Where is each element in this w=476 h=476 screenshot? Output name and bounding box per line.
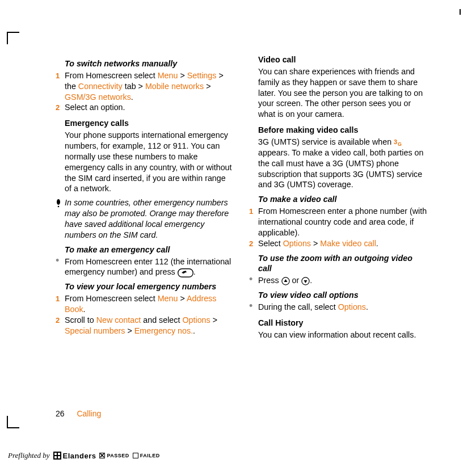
- text: >: [210, 315, 217, 325]
- call-button-icon: [178, 268, 193, 277]
- 3g-icon: 3G: [394, 138, 404, 146]
- text: .: [131, 92, 133, 102]
- link-make-video-call: Make video call: [320, 239, 376, 248]
- text: Select: [258, 239, 283, 248]
- paragraph: Your phone supports international emerge…: [65, 130, 234, 194]
- svg-rect-9: [58, 453, 60, 455]
- step-body: From Homescreen enter 112 (the internati…: [65, 256, 234, 278]
- paragraph: You can share experiences with friends a…: [258, 66, 428, 120]
- heading-make-video-call: To make a video call: [258, 194, 428, 205]
- step-row: 1 From Homescreen select Menu > Settings…: [56, 70, 234, 103]
- link-new-contact: New contact: [96, 315, 141, 325]
- text: 3G (UMTS) service is available when: [258, 137, 394, 146]
- heading-before-video: Before making video calls: [258, 125, 428, 136]
- heading-switch-networks: To switch networks manually: [65, 58, 234, 69]
- left-column: To switch networks manually 1 From Homes…: [56, 54, 234, 344]
- step-body: From Homescreen enter a phone number (wi…: [258, 206, 428, 238]
- link-menu: Menu: [158, 294, 178, 303]
- paragraph: You can view information about recent ca…: [258, 330, 428, 340]
- step-body: During the call, select Options.: [258, 302, 428, 313]
- step-body: Select Options > Make video call.: [258, 238, 428, 249]
- heading-call-history: Call History: [258, 318, 428, 328]
- step-row: • From Homescreen enter 112 (the interna…: [56, 256, 234, 278]
- step-body: Scroll to New contact and select Options…: [65, 315, 234, 336]
- step-number: 2: [56, 102, 65, 113]
- nav-down-icon: [301, 277, 310, 285]
- text: During the call, select: [258, 302, 338, 311]
- failed-label: FAILED: [140, 453, 160, 458]
- svg-rect-8: [54, 453, 57, 455]
- text: >: [178, 71, 187, 80]
- text: >: [178, 294, 187, 303]
- svg-rect-2: [178, 268, 193, 277]
- step-body: Select an option.: [65, 102, 234, 113]
- text: From Homescreen enter 112 (the internati…: [65, 257, 231, 277]
- text: >: [311, 239, 320, 248]
- text: .: [366, 302, 368, 311]
- svg-point-0: [57, 199, 60, 205]
- text: .: [193, 326, 195, 335]
- page-number: 26: [56, 409, 65, 418]
- svg-point-1: [58, 205, 60, 207]
- heading-video-call: Video call: [258, 54, 428, 65]
- preflight-label: Preflighted by: [8, 451, 50, 460]
- info-icon: [56, 197, 65, 240]
- note-row: In some countries, other emergency numbe…: [56, 197, 234, 240]
- step-row: 2 Select Options > Make video call.: [249, 238, 428, 249]
- link-gsm-3g: GSM/3G networks: [65, 92, 131, 102]
- heading-zoom: To use the zoom with an outgoing video c…: [258, 253, 428, 275]
- elanders-logo-icon: [53, 452, 61, 460]
- svg-text:3: 3: [394, 138, 397, 145]
- brand-text: Elanders: [63, 452, 96, 460]
- step-body: From Homescreen select Menu > Settings >…: [65, 70, 234, 103]
- link-special-numbers: Special numbers: [65, 326, 125, 335]
- text: appears. To make a video call, both part…: [258, 148, 423, 189]
- text: .: [310, 276, 312, 285]
- paragraph: 3G (UMTS) service is available when 3G a…: [258, 137, 428, 190]
- text: .: [193, 267, 196, 276]
- note-text: In some countries, other emergency numbe…: [65, 197, 234, 240]
- link-options: Options: [338, 302, 366, 311]
- passed-check: PASSED: [99, 453, 129, 458]
- link-connectivity: Connectivity: [78, 82, 123, 91]
- link-mobile-networks: Mobile networks: [145, 82, 204, 91]
- text: From Homescreen select: [65, 71, 158, 80]
- elanders-brand: Elanders: [53, 452, 96, 460]
- step-number: 1: [56, 293, 65, 315]
- svg-rect-11: [58, 456, 60, 458]
- step-row: 1 From Homescreen select Menu > Address …: [56, 293, 234, 315]
- checkbox-checked-icon: [99, 453, 105, 458]
- heading-view-local-numbers: To view your local emergency numbers: [65, 281, 234, 292]
- failed-check: FAILED: [133, 453, 160, 458]
- bullet: •: [249, 275, 258, 286]
- text: >: [204, 82, 210, 91]
- text: From Homescreen select: [65, 294, 158, 303]
- text: and select: [141, 315, 182, 325]
- text: tab >: [123, 82, 145, 91]
- page-footer: 26 Calling: [56, 409, 101, 418]
- heading-make-emergency-call: To make an emergency call: [65, 245, 234, 255]
- step-number: 1: [56, 70, 65, 103]
- step-row: 2 Scroll to New contact and select Optio…: [56, 315, 234, 336]
- passed-label: PASSED: [107, 453, 129, 458]
- step-body: Press or .: [258, 275, 428, 286]
- heading-emergency-calls: Emergency calls: [65, 118, 234, 129]
- step-row: • Press or .: [249, 275, 428, 286]
- text: or: [290, 276, 302, 285]
- text: .: [376, 239, 378, 248]
- step-body: From Homescreen select Menu > Address Bo…: [65, 293, 234, 315]
- link-options: Options: [283, 239, 311, 248]
- step-row: 1 From Homescreen enter a phone number (…: [249, 206, 428, 238]
- svg-rect-10: [54, 456, 57, 458]
- link-menu: Menu: [158, 71, 178, 80]
- link-settings: Settings: [187, 71, 217, 80]
- link-options: Options: [182, 315, 210, 325]
- page: To switch networks manually 1 From Homes…: [0, 0, 476, 476]
- right-column: Video call You can share experiences wit…: [249, 54, 428, 344]
- step-number: 2: [249, 238, 258, 249]
- content-columns: To switch networks manually 1 From Homes…: [56, 54, 428, 344]
- crop-tick-top-right: [460, 9, 461, 15]
- text: >: [125, 326, 134, 335]
- step-row: • During the call, select Options.: [249, 302, 428, 313]
- nav-up-icon: [281, 277, 290, 285]
